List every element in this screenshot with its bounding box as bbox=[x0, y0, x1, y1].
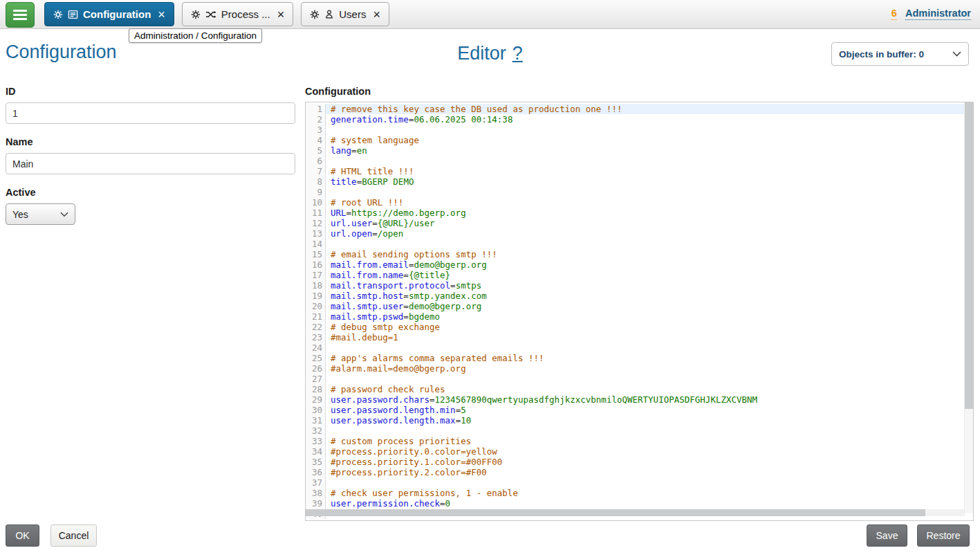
editor-line[interactable]: 4# system language bbox=[306, 135, 973, 145]
editor-line[interactable]: 9 bbox=[306, 187, 973, 197]
editor-line[interactable]: 10# root URL !!! bbox=[306, 197, 973, 208]
line-number: 11 bbox=[306, 208, 326, 218]
editor-line[interactable]: 23#mail.debug=1 bbox=[306, 332, 973, 343]
main-menu-button[interactable] bbox=[6, 2, 35, 28]
save-button[interactable]: Save bbox=[867, 524, 907, 547]
tab-label: Users bbox=[339, 8, 366, 20]
editor-line[interactable]: 32 bbox=[306, 426, 973, 436]
editor-line[interactable]: 12url.user={@URL}/user bbox=[306, 218, 973, 228]
code-line-text bbox=[326, 374, 965, 384]
editor-line[interactable]: 34#process.priority.0.color=yellow bbox=[306, 446, 973, 457]
editor-line[interactable]: 15# email sending options smtp !!! bbox=[306, 249, 973, 259]
editor-line[interactable]: 17mail.from.name={@title} bbox=[306, 270, 973, 280]
editor-line[interactable]: 29user.password.chars=1234567890qwertyup… bbox=[306, 394, 973, 405]
editor-line[interactable]: 35#process.priority.1.color=#00FF00 bbox=[306, 457, 973, 467]
line-number: 4 bbox=[306, 135, 326, 145]
editor-line[interactable]: 2generation.time=06.06.2025 00:14:38 bbox=[306, 114, 973, 125]
editor-line[interactable]: 13url.open=/open bbox=[306, 228, 973, 239]
code-editor[interactable]: 1# remove this key case the DB used as p… bbox=[305, 102, 974, 521]
tab-label: Configuration bbox=[83, 8, 151, 20]
editor-line[interactable]: 1# remove this key case the DB used as p… bbox=[306, 104, 973, 114]
code-line-text: mail.from.email=demo@bgerp.org bbox=[326, 259, 965, 270]
code-line-text: #process.priority.1.color=#00FF00 bbox=[326, 457, 965, 467]
code-line-text: # debug smtp exchange bbox=[326, 322, 965, 332]
editor-line[interactable]: 36#process.priority.2.color=#F00 bbox=[306, 467, 973, 477]
code-line-text: mail.smtp.user=demo@bgerp.org bbox=[326, 301, 965, 311]
editor-line[interactable]: 21mail.smtp.pswd=bgdemo bbox=[306, 311, 973, 322]
editor-line[interactable]: 22# debug smtp exchange bbox=[306, 322, 973, 332]
editor-line[interactable]: 11URL=https://demo.bgerp.org bbox=[306, 208, 973, 218]
gear-icon bbox=[191, 10, 201, 19]
close-icon[interactable]: × bbox=[373, 8, 380, 21]
app-window: Configuration × bbox=[0, 0, 980, 557]
line-number: 15 bbox=[306, 249, 326, 259]
code-line-text: url.user={@URL}/user bbox=[326, 218, 965, 228]
close-icon[interactable]: × bbox=[277, 8, 285, 21]
line-number: 20 bbox=[306, 301, 326, 311]
editor-line[interactable]: 28# password check rules bbox=[306, 384, 973, 394]
restore-button[interactable]: Restore bbox=[917, 524, 970, 547]
editor-line[interactable]: 14 bbox=[306, 239, 973, 249]
editor-line[interactable]: 25# app's alarms comma separated emails … bbox=[306, 353, 973, 363]
code-line-text: # check user permissions, 1 - enable bbox=[326, 488, 965, 498]
editor-line[interactable]: 19mail.smtp.host=smtp.yandex.com bbox=[306, 291, 973, 301]
editor-line[interactable]: 31user.password.length.max=10 bbox=[306, 415, 973, 426]
vertical-scrollbar-thumb[interactable] bbox=[965, 102, 973, 409]
config-window-icon bbox=[68, 10, 78, 19]
name-label: Name bbox=[6, 136, 295, 149]
line-number: 21 bbox=[306, 311, 326, 322]
name-field[interactable] bbox=[6, 153, 295, 174]
editor-line[interactable]: 30user.password.length.min=5 bbox=[306, 405, 973, 415]
page-title: Configuration bbox=[6, 42, 117, 63]
code-line-text: #process.priority.0.color=yellow bbox=[326, 446, 965, 457]
editor-line[interactable]: 6 bbox=[306, 156, 973, 166]
editor-line[interactable]: 18mail.transport.protocol=smtps bbox=[306, 280, 973, 291]
line-number: 27 bbox=[306, 374, 326, 384]
line-number: 18 bbox=[306, 280, 326, 291]
editor-line[interactable]: 37 bbox=[306, 477, 973, 488]
active-label: Active bbox=[6, 187, 295, 199]
object-form: ID Name Active Yes bbox=[6, 86, 295, 225]
editor-line[interactable]: 5lang=en bbox=[306, 145, 973, 156]
editor-line[interactable]: 7# HTML title !!! bbox=[306, 166, 973, 176]
chevron-down-icon bbox=[952, 51, 961, 57]
tab-process[interactable]: Process ... × bbox=[182, 2, 293, 26]
line-number: 29 bbox=[306, 394, 326, 405]
editor-line[interactable]: 16mail.from.email=demo@bgerp.org bbox=[306, 259, 973, 270]
code-line-text: generation.time=06.06.2025 00:14:38 bbox=[326, 114, 965, 125]
editor-line[interactable]: 33# custom process priorities bbox=[306, 436, 973, 446]
notification-count[interactable]: 6 bbox=[891, 8, 897, 20]
cancel-button[interactable]: Cancel bbox=[50, 524, 97, 547]
id-field[interactable] bbox=[6, 102, 295, 124]
editor-line[interactable]: 3 bbox=[306, 125, 973, 135]
tab-configuration[interactable]: Configuration × bbox=[44, 2, 174, 26]
code-line-text: # root URL !!! bbox=[326, 197, 965, 208]
user-link[interactable]: Administrator bbox=[905, 8, 971, 20]
editor-line[interactable]: 24 bbox=[306, 343, 973, 353]
line-number: 28 bbox=[306, 384, 326, 394]
active-select[interactable]: Yes bbox=[6, 203, 75, 225]
code-line-text: # custom process priorities bbox=[326, 436, 965, 446]
editor-line[interactable]: 27 bbox=[306, 374, 973, 384]
editor-line[interactable]: 8title=BGERP DEMO bbox=[306, 176, 973, 187]
editor-line[interactable]: 20mail.smtp.user=demo@bgerp.org bbox=[306, 301, 973, 311]
editor-line[interactable]: 39user.permission.check=0 bbox=[306, 498, 973, 509]
help-link[interactable]: ? bbox=[512, 43, 523, 64]
horizontal-scrollbar-thumb[interactable] bbox=[306, 509, 925, 516]
line-number: 13 bbox=[306, 228, 326, 239]
code-line-text: URL=https://demo.bgerp.org bbox=[326, 208, 965, 218]
gear-icon bbox=[53, 10, 63, 19]
vertical-scrollbar[interactable] bbox=[964, 102, 973, 513]
editor-line[interactable]: 38# check user permissions, 1 - enable bbox=[306, 488, 973, 498]
line-number: 5 bbox=[306, 145, 326, 156]
editor-line[interactable]: 26#alarm.mail=demo@bgerp.org bbox=[306, 363, 973, 374]
horizontal-scrollbar[interactable] bbox=[306, 509, 965, 516]
close-icon[interactable]: × bbox=[158, 8, 165, 21]
code-line-text: # app's alarms comma separated emails !!… bbox=[326, 353, 965, 363]
objects-buffer-dropdown[interactable]: Objects in buffer: 0 bbox=[831, 42, 969, 66]
tab-users[interactable]: Users × bbox=[301, 2, 389, 26]
line-number: 31 bbox=[306, 415, 326, 426]
code-line-text: # system language bbox=[326, 135, 965, 145]
ok-button[interactable]: OK bbox=[6, 524, 39, 547]
line-number: 8 bbox=[306, 176, 326, 187]
